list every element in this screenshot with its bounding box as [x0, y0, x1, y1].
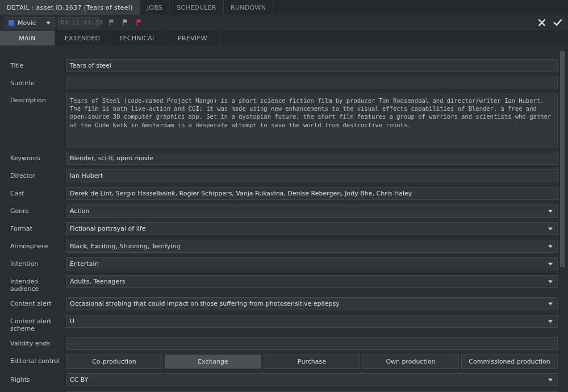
scrollbar-thumb[interactable] — [560, 51, 565, 267]
atmosphere-value: Black, Exciting, Stunning, Terrifying — [70, 243, 180, 250]
tab-detail[interactable]: DETAIL : asset ID:1637 (Tears of steel) — [0, 0, 140, 15]
genre-value: Action — [70, 207, 89, 215]
timecode-input[interactable]: 00:11:44:20 — [58, 17, 99, 28]
top-tab-bar: DETAIL : asset ID:1637 (Tears of steel) … — [0, 0, 568, 15]
content-alert-select[interactable]: Occasional strobing that could impact on… — [66, 297, 558, 310]
label-format: Format — [10, 222, 66, 232]
sub-tab-bar: MAIN EXTENDED TECHNICAL PREVIEW — [0, 31, 568, 45]
rights-select[interactable]: CC BY — [66, 373, 558, 386]
chevron-down-icon — [548, 320, 553, 323]
tab-rundown[interactable]: RUNDOWN — [224, 0, 273, 15]
description-textarea[interactable]: Tears of Steel (code-named Project Mango… — [66, 94, 558, 147]
editorial-co-production-button[interactable]: Co-production — [66, 355, 162, 369]
content-alert-scheme-value: U — [70, 318, 74, 325]
format-select[interactable]: Fictional portrayal of life — [66, 222, 558, 235]
tab-extended[interactable]: EXTENDED — [55, 31, 110, 45]
label-atmosphere: Atmosphere — [10, 240, 66, 250]
label-rights: Rights — [10, 373, 66, 383]
tab-preview[interactable]: PREVIEW — [165, 31, 220, 45]
label-subtitle: Subtitle — [10, 77, 66, 87]
label-title: Title — [10, 59, 66, 69]
flag-green-icon[interactable] — [108, 19, 116, 27]
atmosphere-select[interactable]: Black, Exciting, Stunning, Terrifying — [66, 240, 558, 253]
keywords-input[interactable]: Blender, sci-fi, open movie — [66, 152, 558, 165]
flag-red-icon[interactable] — [135, 19, 143, 27]
label-intention: Intention — [10, 257, 66, 268]
tab-main[interactable]: MAIN — [0, 31, 55, 45]
label-intended-audience: Intended audience — [10, 275, 66, 293]
editorial-exchange-button[interactable]: Exchange — [165, 355, 261, 369]
tab-scheduler[interactable]: SCHEDULER — [170, 0, 224, 15]
editorial-own-production-button[interactable]: Own production — [362, 355, 459, 369]
cast-input[interactable]: Derek de Lint, Sergio Hasselbaink, Rogie… — [66, 187, 558, 200]
chevron-down-icon — [548, 210, 553, 212]
label-validity-ends: Validity ends — [10, 337, 66, 347]
label-cast: Cast — [10, 187, 66, 197]
tab-jobs[interactable]: JOBS — [140, 0, 170, 15]
director-input[interactable]: Ian Hubert — [66, 169, 558, 182]
chevron-down-icon — [548, 245, 553, 248]
flag-icons — [108, 19, 143, 27]
tab-technical[interactable]: TECHNICAL — [110, 31, 165, 45]
validity-ends-input[interactable]: - - — [66, 337, 558, 350]
label-description: Description — [10, 94, 66, 104]
chevron-down-icon — [46, 22, 51, 24]
asset-type-select[interactable]: Movie — [5, 17, 55, 28]
content-alert-value: Occasional strobing that could impact on… — [70, 300, 340, 307]
editorial-commissioned-production-button[interactable]: Commissioned production — [461, 355, 558, 369]
editorial-control-buttons: Co-production Exchange Purchase Own prod… — [66, 355, 558, 369]
label-editorial-control: Editorial control — [10, 355, 66, 365]
editorial-purchase-button[interactable]: Purchase — [264, 355, 360, 369]
intention-value: Entertain — [70, 260, 99, 268]
chevron-down-icon — [548, 302, 553, 305]
flag-gray-icon[interactable] — [122, 19, 130, 27]
chevron-down-icon — [548, 227, 553, 230]
genre-select[interactable]: Action — [66, 205, 558, 218]
subtitle-input[interactable] — [66, 77, 558, 89]
intention-select[interactable]: Entertain — [66, 257, 558, 270]
content-alert-scheme-select[interactable]: U — [66, 315, 558, 328]
title-input[interactable]: Tears of steel — [66, 59, 558, 72]
chevron-down-icon — [548, 262, 553, 265]
toolbar: Movie 00:11:44:20 — [0, 15, 568, 31]
chevron-down-icon — [548, 378, 553, 381]
asset-type-label: Movie — [18, 19, 36, 27]
label-keywords: Keywords — [10, 152, 66, 162]
chevron-down-icon — [548, 280, 553, 283]
label-content-alert: Content alert — [10, 297, 66, 307]
intended-audience-select[interactable]: Adults, Teenagers — [66, 275, 558, 288]
type-color-swatch — [9, 20, 14, 26]
label-genre: Genre — [10, 205, 66, 215]
close-icon[interactable] — [537, 18, 546, 27]
intended-audience-value: Adults, Teenagers — [70, 278, 125, 285]
accept-icon[interactable] — [553, 18, 562, 27]
label-director: Director — [10, 169, 66, 180]
rights-value: CC BY — [70, 376, 89, 383]
format-value: Fictional portrayal of life — [70, 225, 145, 232]
label-content-alert-scheme: Content alert scheme — [10, 315, 66, 332]
form-scroll-area[interactable]: Title Tears of steel Subtitle Descriptio… — [0, 45, 559, 392]
